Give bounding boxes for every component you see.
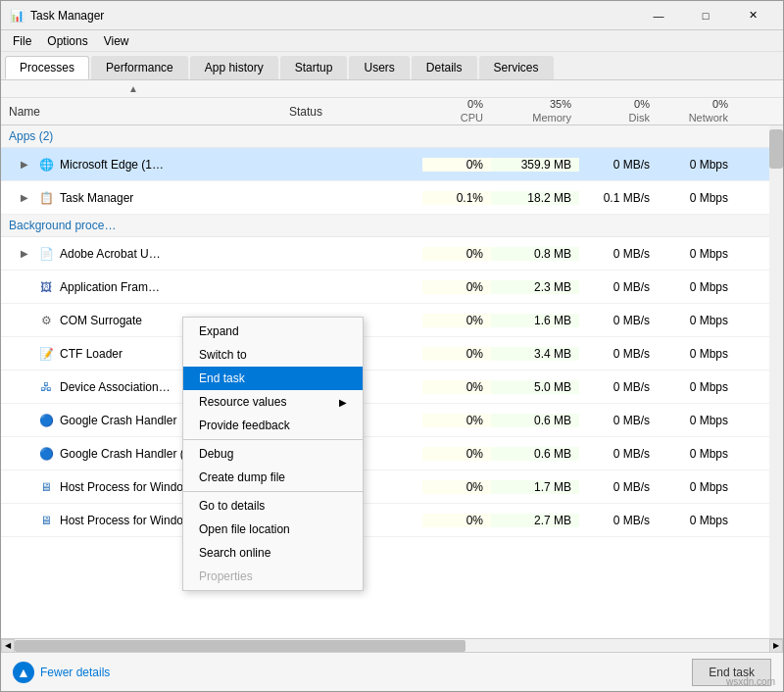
minimize-button[interactable]: —: [636, 6, 681, 25]
table-row[interactable]: ▶ 🔵 Google Crash Handler (32 bit) 0% 0.6…: [1, 437, 783, 470]
host1-icon: 🖥: [38, 479, 54, 495]
ctx-separator: [183, 439, 363, 440]
appframe-icon: 🖼: [38, 279, 54, 295]
cell-network: 0 Mbps: [658, 447, 736, 461]
cell-memory: 1.6 MB: [491, 314, 579, 327]
fewer-details-button[interactable]: ▲ Fewer details: [13, 662, 110, 683]
tab-app-history[interactable]: App history: [190, 56, 278, 79]
menu-file[interactable]: File: [5, 32, 39, 50]
cell-memory: 0.6 MB: [491, 447, 579, 461]
ctx-expand[interactable]: Expand: [183, 320, 363, 343]
tab-performance[interactable]: Performance: [91, 56, 188, 79]
cell-disk: 0 MB/s: [579, 314, 658, 327]
status-bar: ▲ Fewer details End task wsxdn.com: [1, 652, 783, 691]
ctx-create-dump[interactable]: Create dump file: [183, 466, 363, 489]
taskmanager-icon: 📋: [38, 190, 54, 206]
cell-network: 0 Mbps: [658, 347, 736, 361]
cell-memory: 0.6 MB: [491, 414, 579, 427]
task-manager-window: 📊 Task Manager — □ ✕ File Options View P…: [0, 0, 784, 692]
table-row[interactable]: ▶ 🖥 Host Process for Windows Tasks 0% 2.…: [1, 504, 783, 537]
title-bar: 📊 Task Manager — □ ✕: [1, 1, 783, 30]
col-header-memory[interactable]: 35% Memory: [491, 98, 579, 124]
expand-icon[interactable]: ▶: [21, 159, 32, 170]
ctx-open-file-location[interactable]: Open file location: [183, 518, 363, 541]
table-row[interactable]: ▶ 🖧 Device Association… 0% 5.0 MB 0 MB/s…: [1, 371, 783, 404]
menu-bar: File Options View: [1, 30, 783, 52]
menu-options[interactable]: Options: [39, 32, 95, 50]
cell-network: 0 Mbps: [658, 158, 736, 172]
cell-memory: 2.3 MB: [491, 280, 579, 294]
cell-cpu: 0%: [422, 347, 491, 361]
cell-memory: 2.7 MB: [491, 514, 579, 527]
cell-disk: 0 MB/s: [579, 480, 658, 494]
col-header-status[interactable]: Status: [285, 105, 422, 119]
host2-icon: 🖥: [38, 513, 54, 528]
ctf-icon: 📝: [38, 346, 54, 362]
edge-icon: 🌐: [38, 157, 54, 173]
scroll-track[interactable]: [15, 639, 769, 653]
cell-network: 0 Mbps: [658, 191, 736, 205]
scroll-left-btn[interactable]: ◀: [1, 639, 15, 653]
cell-disk: 0 MB/s: [579, 380, 658, 394]
process-name-edge: ▶ 🌐 Microsoft Edge (1…: [1, 157, 285, 173]
google-crash-icon: 🔵: [38, 413, 54, 428]
menu-view[interactable]: View: [96, 32, 137, 50]
table-row[interactable]: ▶ 🖥 Host Process for Windows Tasks 0% 1.…: [1, 470, 783, 504]
cell-cpu: 0%: [422, 480, 491, 494]
cell-cpu: 0%: [422, 247, 491, 261]
table-row[interactable]: ▶ 🌐 Microsoft Edge (1… 0% 359.9 MB 0 MB/…: [1, 148, 783, 181]
process-name-taskmanager: ▶ 📋 Task Manager: [1, 190, 285, 206]
cell-network: 0 Mbps: [658, 380, 736, 394]
tab-users[interactable]: Users: [349, 56, 409, 79]
cell-disk: 0 MB/s: [579, 414, 658, 427]
cell-network: 0 Mbps: [658, 514, 736, 527]
section-background: Background proce…: [1, 215, 783, 237]
col-header-network[interactable]: 0% Network: [658, 98, 736, 124]
cell-cpu: 0%: [422, 158, 491, 172]
expand-icon[interactable]: ▶: [21, 248, 32, 259]
col-header-disk[interactable]: 0% Disk: [579, 98, 658, 124]
surrogate-icon: ⚙: [38, 313, 54, 328]
col-header-cpu[interactable]: 0% CPU: [422, 98, 491, 124]
cell-cpu: 0%: [422, 447, 491, 461]
table-row[interactable]: ▶ 📋 Task Manager 0.1% 18.2 MB 0.1 MB/s 0…: [1, 181, 783, 215]
ctx-provide-feedback[interactable]: Provide feedback: [183, 414, 363, 437]
cell-disk: 0 MB/s: [579, 280, 658, 294]
cell-cpu: 0.1%: [422, 191, 491, 205]
column-headers: Name Status 0% CPU 35% Memory 0% Disk 0%…: [1, 98, 783, 125]
expand-icon[interactable]: ▶: [21, 192, 32, 203]
maximize-button[interactable]: □: [683, 6, 728, 25]
vertical-scrollbar[interactable]: [769, 125, 783, 638]
process-list[interactable]: Apps (2) ▶ 🌐 Microsoft Edge (1… 0% 359.9…: [1, 125, 783, 638]
horizontal-scrollbar[interactable]: ◀ ▶: [1, 638, 783, 652]
ctx-switch-to[interactable]: Switch to: [183, 343, 363, 367]
google-crash-32-icon: 🔵: [38, 446, 54, 462]
cell-cpu: 0%: [422, 280, 491, 294]
ctx-resource-values[interactable]: Resource values ▶: [183, 390, 363, 414]
cell-memory: 3.4 MB: [491, 347, 579, 361]
ctx-search-online[interactable]: Search online: [183, 541, 363, 565]
table-row[interactable]: ▶ 📝 CTF Loader 0% 3.4 MB 0 MB/s 0 Mbps: [1, 337, 783, 371]
cell-disk: 0 MB/s: [579, 158, 658, 172]
ctx-debug[interactable]: Debug: [183, 442, 363, 466]
scroll-thumb[interactable]: [15, 640, 466, 652]
table-row[interactable]: ▶ 🔵 Google Crash Handler 0% 0.6 MB 0 MB/…: [1, 404, 783, 437]
table-row[interactable]: ▶ 📄 Adobe Acrobat U… 0% 0.8 MB 0 MB/s 0 …: [1, 237, 783, 271]
section-apps: Apps (2): [1, 125, 783, 148]
scrollbar-thumb[interactable]: [769, 129, 783, 169]
table-row[interactable]: ▶ 🖼 Application Fram… 0% 2.3 MB 0 MB/s 0…: [1, 271, 783, 304]
scroll-right-btn[interactable]: ▶: [769, 639, 783, 653]
ctx-go-to-details[interactable]: Go to details: [183, 494, 363, 518]
process-name-adobe: ▶ 📄 Adobe Acrobat U…: [1, 246, 285, 262]
tab-processes[interactable]: Processes: [5, 56, 89, 79]
cell-memory: 1.7 MB: [491, 480, 579, 494]
col-header-name[interactable]: Name: [1, 105, 285, 119]
tab-startup[interactable]: Startup: [280, 56, 348, 79]
ctx-end-task[interactable]: End task: [183, 367, 363, 390]
table-row[interactable]: ▶ ⚙ COM Surrogate 0% 1.6 MB 0 MB/s 0 Mbp…: [1, 304, 783, 337]
cell-network: 0 Mbps: [658, 247, 736, 261]
fewer-details-icon: ▲: [13, 662, 34, 683]
tab-services[interactable]: Services: [479, 56, 554, 79]
close-button[interactable]: ✕: [730, 6, 775, 25]
tab-details[interactable]: Details: [412, 56, 477, 79]
